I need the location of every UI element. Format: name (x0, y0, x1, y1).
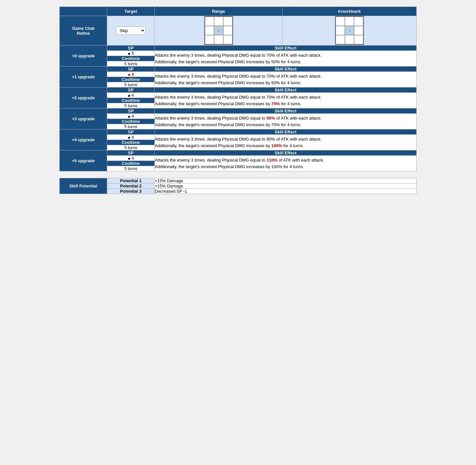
potential-1-value: +15% Damage (155, 178, 417, 184)
upgrade-3-cooltime: Cooltime (107, 119, 155, 124)
upgrade-4-skill-effect: Skill Effect (155, 129, 417, 135)
upgrade-1-label: +1 upgrade (60, 67, 107, 87)
upgrade-0-diamond: ◆ (128, 52, 130, 55)
range-header: Range (155, 7, 283, 16)
upgrade-0-sp-value: ◆ 5 (107, 51, 155, 56)
upgrade-2-skill-effect: Skill Effect (155, 87, 417, 93)
skill-table: Target Range Knockback Game Club Rafina … (59, 7, 417, 171)
upgrade-3-skill-effect: Skill Effect (155, 108, 417, 114)
grid-cell-12 (223, 26, 232, 35)
skip-dropdown[interactable]: Skip (116, 27, 146, 35)
kb-grid-cell-01 (345, 17, 354, 26)
kb-grid-cell-10 (336, 26, 345, 35)
upgrade-3-label: +3 upgrade (60, 108, 107, 129)
upgrade-3-sp-val-row: ◆ 4 Attacks the enemy 3 times, dealing P… (60, 114, 417, 119)
potential-table: Skill Potential Potential 1 +15% Damage … (59, 178, 417, 194)
potential-1-row: Skill Potential Potential 1 +15% Damage (60, 178, 417, 184)
knockback-header: Knockback (283, 7, 417, 16)
upgrade-1-diamond-red: ◆ (128, 73, 130, 76)
upgrade-1-skill-effect: Skill Effect (155, 67, 417, 72)
upgrade-0-turns: 5 turns (107, 61, 155, 67)
kb-grid-cell-20 (336, 35, 345, 44)
upgrade-2-turns: 5 turns (107, 103, 155, 108)
upgrade-3-effect-text: Attacks the enemy 3 times, dealing Physi… (155, 114, 417, 129)
upgrade-1-sp-header: SP (107, 67, 155, 72)
upgrade-5-effect-text: Attacks the enemy 3 times, dealing Physi… (155, 156, 417, 171)
grid-cell-22 (223, 35, 232, 44)
upgrade-5-sp-value: ◆ 4 (107, 156, 155, 161)
upgrade-1-turns: 5 turns (107, 82, 155, 87)
upgrade-5-sp-header: SP (107, 150, 155, 156)
potential-2-value: +15% Damage (155, 184, 417, 189)
upgrade-3-sp-value: ◆ 4 (107, 114, 155, 119)
game-club-label: Game Club Rafina (60, 16, 107, 46)
target-header: Target (107, 7, 155, 16)
potential-1-label: Potential 1 (107, 178, 155, 184)
range-center-mark: v (218, 29, 219, 32)
potential-3-label: Potential 3 (107, 189, 155, 194)
upgrade-4-sp-val-row: ◆ 4 Attacks the enemy 3 times, dealing P… (60, 135, 417, 140)
header-row: Target Range Knockback (60, 7, 417, 16)
upgrade-5-sp-val-row: ◆ 4 Attacks the enemy 3 times, dealing P… (60, 156, 417, 161)
grid-cell-10 (205, 26, 214, 35)
upgrade-1-sp-value: ◆ 4 (107, 72, 155, 77)
upgrade-2-sp-header: SP (107, 87, 155, 93)
upgrade-0-sp-header: SP (107, 46, 155, 51)
upgrade-2-label: +2 upgrade (60, 87, 107, 108)
empty-header (60, 7, 107, 16)
upgrade-0-cooltime: Cooltime (107, 56, 155, 61)
upgrade-0-sp-val-row: ◆ 5 Attacks the enemy 3 times, dealing P… (60, 51, 417, 56)
upgrade-5-label: +5 upgrade (60, 150, 107, 171)
upgrade-1-sp-row: +1 upgrade SP Skill Effect (60, 67, 417, 72)
grid-cell-11: v (214, 26, 223, 35)
grid-cell-02 (223, 17, 232, 26)
game-club-row: Game Club Rafina Skip (60, 16, 417, 46)
upgrade-4-cooltime: Cooltime (107, 140, 155, 145)
upgrade-4-diamond: ◆ (128, 136, 130, 139)
upgrade-2-diamond: ◆ (128, 94, 130, 97)
upgrade-0-skill-effect: Skill Effect (155, 46, 417, 51)
potential-3-row: Potential 3 Decreased SP -1 (60, 189, 417, 194)
upgrade-2-sp-value: ◆ 4 (107, 93, 155, 98)
upgrade-0-label: +0 upgrade (60, 46, 107, 67)
upgrade-2-sp-val-row: ◆ 4 Attacks the enemy 3 times, dealing P… (60, 93, 417, 98)
upgrade-3-sp-row: +3 upgrade SP Skill Effect (60, 108, 417, 114)
target-cell: Skip (107, 16, 155, 46)
upgrade-0-sp-row: +0 upgrade SP Skill Effect (60, 46, 417, 51)
upgrade-3-turns: 5 turns (107, 124, 155, 129)
upgrade-0-effect-text: Attacks the enemy 3 times, dealing Physi… (155, 51, 417, 67)
range-grid-cell: v (155, 16, 283, 46)
upgrade-4-label: +4 upgrade (60, 129, 107, 150)
upgrade-2-highlight: 75% (271, 101, 280, 106)
knockback-grid-cell: i (283, 16, 417, 46)
upgrade-3-sp-header: SP (107, 108, 155, 114)
upgrade-4-turns: 5 turns (107, 145, 155, 150)
potential-2-label: Potential 2 (107, 184, 155, 189)
grid-cell-21 (214, 35, 223, 44)
upgrade-4-effect-text: Attacks the enemy 3 times, dealing Physi… (155, 135, 417, 150)
upgrade-2-effect-text: Attacks the enemy 3 times, dealing Physi… (155, 93, 417, 108)
grid-cell-00 (205, 17, 214, 26)
upgrade-5-diamond: ◆ (128, 157, 130, 160)
potential-2-row: Potential 2 +15% Damage (60, 184, 417, 189)
range-grid: v (204, 16, 233, 45)
upgrade-5-cooltime: Cooltime (107, 161, 155, 166)
upgrade-1-effect-text: Attacks the enemy 3 times, dealing Physi… (155, 72, 417, 87)
kb-grid-cell-11: i (345, 26, 354, 35)
kb-grid-cell-02 (354, 17, 363, 26)
upgrade-2-cooltime: Cooltime (107, 98, 155, 103)
upgrade-2-sp-row: +2 upgrade SP Skill Effect (60, 87, 417, 93)
grid-cell-20 (205, 35, 214, 44)
upgrade-4-highlight: 100% (271, 143, 282, 148)
upgrade-3-highlight: 90% (267, 116, 275, 121)
upgrade-5-skill-effect: Skill Effect (155, 150, 417, 156)
grid-cell-01 (214, 17, 223, 26)
upgrade-5-turns: 5 turns (107, 166, 155, 171)
kb-grid-cell-22 (354, 35, 363, 44)
potential-3-value: Decreased SP -1 (155, 189, 417, 194)
upgrade-1-sp-val-row: ◆ 4 Attacks the enemy 3 times, dealing P… (60, 72, 417, 77)
upgrade-1-cooltime: Cooltime (107, 77, 155, 82)
kb-grid-cell-12 (354, 26, 363, 35)
upgrade-4-sp-row: +4 upgrade SP Skill Effect (60, 129, 417, 135)
kb-grid-cell-00 (336, 17, 345, 26)
